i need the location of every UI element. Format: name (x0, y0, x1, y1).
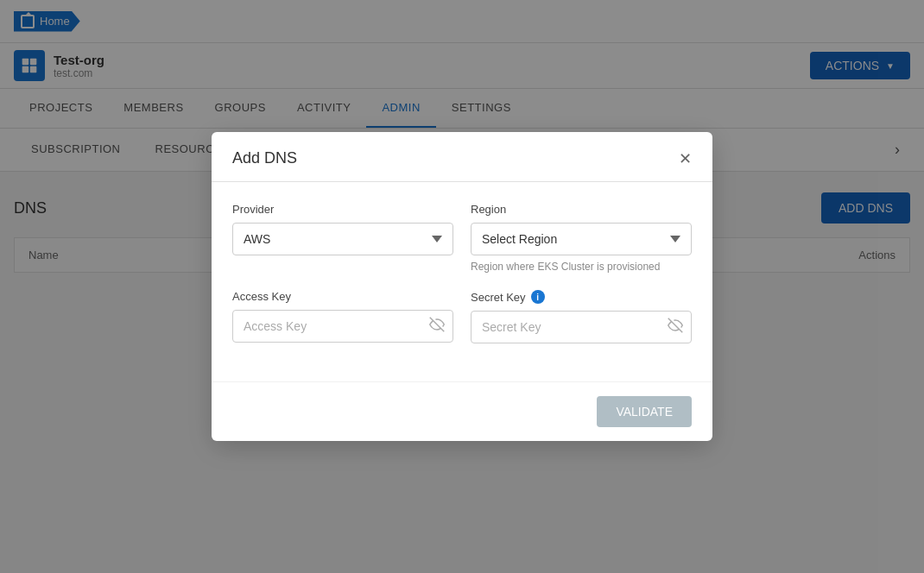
form-row-provider-region: Provider AWS GCP Azure Region Select Reg… (232, 203, 692, 273)
access-key-label: Access Key (232, 290, 453, 293)
secret-key-info-icon[interactable]: i (531, 290, 545, 293)
form-row-keys: Access Key Secret Key i (232, 290, 692, 293)
modal-close-button[interactable]: ✕ (679, 151, 692, 167)
access-key-group: Access Key (232, 290, 453, 293)
secret-key-group: Secret Key i (471, 290, 692, 293)
provider-label: Provider (232, 203, 453, 216)
region-hint: Region where EKS Cluster is provisioned (471, 261, 692, 273)
secret-key-label: Secret Key i (471, 290, 692, 293)
region-select[interactable]: Select Region (471, 223, 692, 255)
modal-body: Provider AWS GCP Azure Region Select Reg… (212, 182, 712, 293)
add-dns-modal: Add DNS ✕ Provider AWS GCP Azure Region … (212, 132, 712, 293)
region-group: Region Select Region Region where EKS Cl… (471, 203, 692, 273)
provider-select[interactable]: AWS GCP Azure (232, 223, 453, 255)
region-label: Region (471, 203, 692, 216)
modal-header: Add DNS ✕ (212, 132, 712, 182)
modal-overlay: Add DNS ✕ Provider AWS GCP Azure Region … (0, 0, 924, 293)
modal-title: Add DNS (232, 149, 297, 167)
provider-group: Provider AWS GCP Azure (232, 203, 453, 273)
